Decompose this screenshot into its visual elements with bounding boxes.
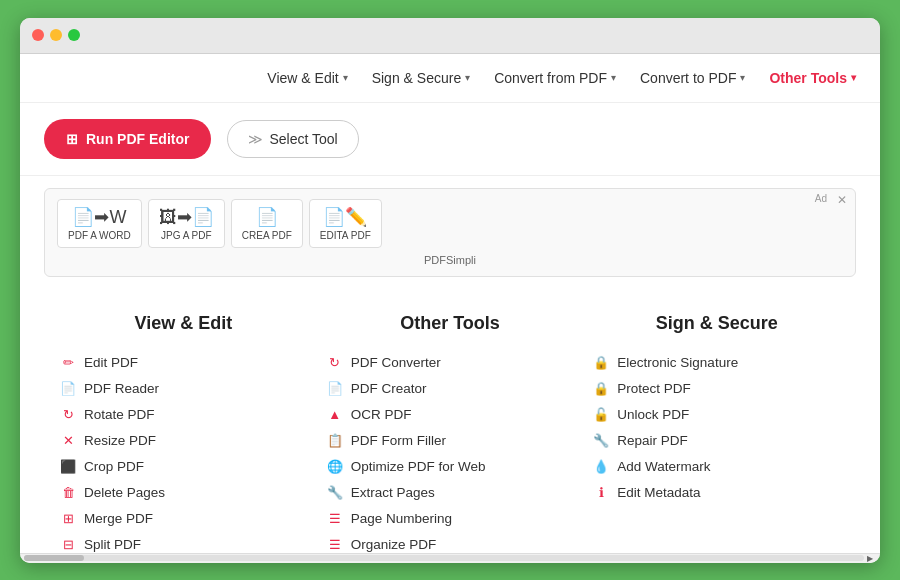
ad-tool-jpg-pdf[interactable]: 🖼➡📄 JPG A PDF	[148, 199, 225, 248]
nav-arrow-other-tools: ▾	[851, 72, 856, 83]
ad-tool-edita-pdf[interactable]: 📄✏️ EDITA PDF	[309, 199, 382, 248]
nav-item-convert-to-pdf[interactable]: Convert to PDF ▾	[640, 70, 745, 86]
nav-arrow-view-edit: ▾	[343, 72, 348, 83]
select-tool-label: Select Tool	[269, 131, 337, 147]
pdf-converter-icon: ↻	[327, 355, 343, 371]
tool-pdf-form-filler[interactable]: 📋 PDF Form Filler	[327, 428, 574, 454]
tool-protect-pdf-label: Protect PDF	[617, 381, 691, 396]
tool-electronic-signature-label: Electronic Signature	[617, 355, 738, 370]
delete-pages-icon: 🗑	[60, 485, 76, 501]
tool-pdf-reader-label: PDF Reader	[84, 381, 159, 396]
tool-split-pdf[interactable]: ⊟ Split PDF	[60, 532, 307, 553]
add-watermark-icon: 💧	[593, 459, 609, 475]
tool-organize-pdf-label: Organize PDF	[351, 537, 437, 552]
tool-protect-pdf[interactable]: 🔒 Protect PDF	[593, 376, 840, 402]
nav-item-other-tools[interactable]: Other Tools ▾	[769, 70, 856, 86]
select-tool-button[interactable]: ≫ Select Tool	[227, 120, 358, 158]
ad-close-button[interactable]: ✕	[837, 193, 847, 207]
nav-arrow-convert-from-pdf: ▾	[611, 72, 616, 83]
scrollbar-track	[24, 555, 864, 561]
tool-edit-pdf[interactable]: ✏ Edit PDF	[60, 350, 307, 376]
content-area: View & Edit ▾ Sign & Secure ▾ Convert fr…	[20, 54, 880, 553]
tool-organize-pdf[interactable]: ☰ Organize PDF	[327, 532, 574, 553]
nav-label-convert-to-pdf: Convert to PDF	[640, 70, 736, 86]
resize-pdf-icon: ✕	[60, 433, 76, 449]
tool-ocr-pdf[interactable]: ▲ OCR PDF	[327, 402, 574, 428]
tool-optimize-pdf[interactable]: 🌐 Optimize PDF for Web	[327, 454, 574, 480]
split-pdf-icon: ⊟	[60, 537, 76, 553]
nav-label-sign-secure: Sign & Secure	[372, 70, 462, 86]
tool-edit-metadata[interactable]: ℹ Edit Metadata	[593, 480, 840, 506]
tools-grid: View & Edit ✏ Edit PDF 📄 PDF Reader ↻ Ro…	[20, 289, 880, 553]
column-sign-secure: Sign & Secure 🔒 Electronic Signature 🔒 P…	[593, 313, 840, 553]
run-btn-icon: ⊞	[66, 131, 78, 147]
ad-tool-pdf-word[interactable]: 📄➡W PDF A WORD	[57, 199, 142, 248]
ad-tool-pdf-word-icon: 📄➡W	[72, 206, 126, 228]
ad-tools: 📄➡W PDF A WORD 🖼➡📄 JPG A PDF 📄 CREA PDF …	[57, 199, 843, 248]
tool-electronic-signature[interactable]: 🔒 Electronic Signature	[593, 350, 840, 376]
edit-metadata-icon: ℹ	[593, 485, 609, 501]
tool-merge-pdf[interactable]: ⊞ Merge PDF	[60, 506, 307, 532]
tool-split-pdf-label: Split PDF	[84, 537, 141, 552]
nav-item-convert-from-pdf[interactable]: Convert from PDF ▾	[494, 70, 616, 86]
ad-tool-crea-pdf-label: CREA PDF	[242, 230, 292, 241]
pdf-creator-icon: 📄	[327, 381, 343, 397]
page-numbering-icon: ☰	[327, 511, 343, 527]
tool-pdf-creator-label: PDF Creator	[351, 381, 427, 396]
column-view-edit: View & Edit ✏ Edit PDF 📄 PDF Reader ↻ Ro…	[60, 313, 307, 553]
column-title-other-tools: Other Tools	[327, 313, 574, 334]
nav-arrow-convert-to-pdf: ▾	[740, 72, 745, 83]
nav-label-other-tools: Other Tools	[769, 70, 847, 86]
edit-pdf-icon: ✏	[60, 355, 76, 371]
minimize-button[interactable]	[50, 29, 62, 41]
scroll-right-button[interactable]: ▶	[864, 552, 876, 563]
tool-unlock-pdf-label: Unlock PDF	[617, 407, 689, 422]
tool-unlock-pdf[interactable]: 🔓 Unlock PDF	[593, 402, 840, 428]
navbar: View & Edit ▾ Sign & Secure ▾ Convert fr…	[20, 54, 880, 103]
pdf-form-filler-icon: 📋	[327, 433, 343, 449]
run-pdf-editor-button[interactable]: ⊞ Run PDF Editor	[44, 119, 211, 159]
nav-item-sign-secure[interactable]: Sign & Secure ▾	[372, 70, 471, 86]
tool-pdf-converter[interactable]: ↻ PDF Converter	[327, 350, 574, 376]
nav-item-view-edit[interactable]: View & Edit ▾	[267, 70, 347, 86]
horizontal-scrollbar[interactable]: ▶	[20, 553, 880, 563]
maximize-button[interactable]	[68, 29, 80, 41]
pdf-reader-icon: 📄	[60, 381, 76, 397]
ad-brand: PDFSimpli	[57, 254, 843, 266]
electronic-signature-icon: 🔒	[593, 355, 609, 371]
tool-pdf-converter-label: PDF Converter	[351, 355, 441, 370]
tool-repair-pdf[interactable]: 🔧 Repair PDF	[593, 428, 840, 454]
tool-page-numbering-label: Page Numbering	[351, 511, 452, 526]
tool-delete-pages[interactable]: 🗑 Delete Pages	[60, 480, 307, 506]
ocr-pdf-icon: ▲	[327, 407, 343, 423]
main-scroll[interactable]: View & Edit ▾ Sign & Secure ▾ Convert fr…	[20, 54, 880, 553]
tool-page-numbering[interactable]: ☰ Page Numbering	[327, 506, 574, 532]
titlebar-buttons	[32, 29, 80, 41]
protect-pdf-icon: 🔒	[593, 381, 609, 397]
tool-crop-pdf[interactable]: ⬛ Crop PDF	[60, 454, 307, 480]
tool-pdf-reader[interactable]: 📄 PDF Reader	[60, 376, 307, 402]
run-btn-label: Run PDF Editor	[86, 131, 189, 147]
tool-resize-pdf[interactable]: ✕ Resize PDF	[60, 428, 307, 454]
ad-tool-crea-pdf[interactable]: 📄 CREA PDF	[231, 199, 303, 248]
tool-ocr-pdf-label: OCR PDF	[351, 407, 412, 422]
repair-pdf-icon: 🔧	[593, 433, 609, 449]
tool-add-watermark[interactable]: 💧 Add Watermark	[593, 454, 840, 480]
ad-tool-pdf-word-label: PDF A WORD	[68, 230, 131, 241]
scrollbar-thumb[interactable]	[24, 555, 84, 561]
ad-tool-edita-pdf-label: EDITA PDF	[320, 230, 371, 241]
ad-tool-jpg-pdf-label: JPG A PDF	[161, 230, 212, 241]
extract-pages-icon: 🔧	[327, 485, 343, 501]
close-button[interactable]	[32, 29, 44, 41]
unlock-pdf-icon: 🔓	[593, 407, 609, 423]
tool-pdf-creator[interactable]: 📄 PDF Creator	[327, 376, 574, 402]
tool-optimize-pdf-label: Optimize PDF for Web	[351, 459, 486, 474]
ad-tool-jpg-pdf-icon: 🖼➡📄	[159, 206, 214, 228]
tool-edit-pdf-label: Edit PDF	[84, 355, 138, 370]
crop-pdf-icon: ⬛	[60, 459, 76, 475]
tool-extract-pages[interactable]: 🔧 Extract Pages	[327, 480, 574, 506]
tool-extract-pages-label: Extract Pages	[351, 485, 435, 500]
tool-crop-pdf-label: Crop PDF	[84, 459, 144, 474]
ad-tool-edita-pdf-icon: 📄✏️	[323, 206, 367, 228]
tool-rotate-pdf[interactable]: ↻ Rotate PDF	[60, 402, 307, 428]
